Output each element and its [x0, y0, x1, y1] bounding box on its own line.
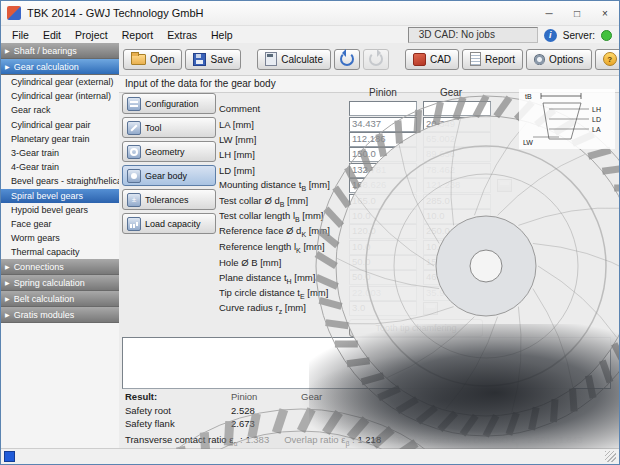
- field-reference-face-dk-pinion[interactable]: 120.0: [349, 224, 417, 239]
- close-button[interactable]: ×: [591, 1, 619, 25]
- expand-arrow-icon: ▶: [5, 279, 10, 286]
- field-la-pinion[interactable]: 34.437: [349, 117, 417, 132]
- sidebar-section-connections[interactable]: ▶Connections: [1, 259, 119, 275]
- sidebar-item-4-gear-train[interactable]: 4-Gear train: [1, 160, 119, 174]
- field-mounting-distance-tb-pinion[interactable]: 168.626: [349, 178, 417, 193]
- open-button[interactable]: Open: [123, 49, 182, 70]
- form-row-mounting-distance-tb: Mounting distance tB [mm]168.626121.238: [219, 178, 512, 193]
- sidebar-item-cylindrical-gear-pair[interactable]: Cylindrical gear pair: [1, 118, 119, 132]
- menu-edit[interactable]: Edit: [36, 29, 68, 41]
- expand-arrow-icon: ▶: [5, 63, 10, 70]
- info-icon[interactable]: i: [544, 29, 557, 42]
- field-label: Tip circle distance tE [mm]: [219, 287, 349, 300]
- sidebar-item-hypoid-bevel-gears[interactable]: Hypoid bevel gears: [1, 203, 119, 217]
- field-comment-gear[interactable]: [423, 101, 491, 116]
- sidebar-item-thermal-capacity[interactable]: Thermal capacity: [1, 245, 119, 259]
- form-row-comment: Comment: [219, 101, 512, 116]
- field-reference-length-lk-pinion[interactable]: 10.0: [349, 240, 417, 255]
- sidebar-item-cylindrical-gear-internal[interactable]: Cylindrical gear (internal): [1, 89, 119, 103]
- field-test-collar-length-lb-pinion[interactable]: 10.0: [349, 209, 417, 224]
- field-test-collar-length-lb-gear[interactable]: 10.0: [423, 209, 491, 224]
- expand-arrow-icon: ▶: [5, 295, 10, 302]
- field-tip-circle-distance-te-gear[interactable]: 35.977: [423, 286, 491, 301]
- sidebar-section-gear-calculation[interactable]: ▶Gear calculation: [1, 59, 119, 75]
- gear-body-button[interactable]: Gear body: [122, 165, 216, 186]
- tool-button[interactable]: Tool: [122, 117, 216, 138]
- sidebar-section-belt-calculation[interactable]: ▶Belt calculation: [1, 291, 119, 307]
- field-tip-circle-distance-te-pinion[interactable]: 22.003: [349, 286, 417, 301]
- field-lh-pinion[interactable]: 150.0: [349, 147, 417, 162]
- sidebar-item-3-gear-train[interactable]: 3-Gear train: [1, 146, 119, 160]
- sidebar-item-gear-rack[interactable]: Gear rack: [1, 103, 119, 117]
- minimize-button[interactable]: ─: [535, 1, 563, 25]
- field-la-gear[interactable]: 20.349: [423, 117, 491, 132]
- field-curve-radius-rz-pinion[interactable]: 3.0: [349, 301, 417, 316]
- field-ld-gear[interactable]: 78.462: [423, 163, 491, 178]
- sidebar-item-planetary-gear-train[interactable]: Planetary gear train: [1, 132, 119, 146]
- sidebar-item-worm-gears[interactable]: Worm gears: [1, 231, 119, 245]
- field-mounting-distance-tb-gear[interactable]: 121.238: [423, 178, 491, 193]
- field-reference-face-dk-gear[interactable]: 250.0: [423, 224, 491, 239]
- save-button[interactable]: Save: [185, 49, 241, 70]
- result-row-safety-root: Safety root2.528: [125, 405, 301, 416]
- menu-project[interactable]: Project: [68, 29, 115, 41]
- options-button[interactable]: Options: [526, 49, 591, 70]
- field-ld-pinion[interactable]: 132.781: [349, 163, 417, 178]
- tooth-tip-chamfering-button[interactable]: Tooth tip chamfering: [349, 319, 483, 337]
- sidebar-item-bevel-gears-straight-helical[interactable]: Bevel gears - straight/helical: [1, 174, 119, 188]
- sidebar-item-spiral-bevel-gears[interactable]: Spiral bevel gears: [1, 189, 119, 203]
- field-label: Curve radius rz [mm]: [219, 302, 349, 315]
- menu-file[interactable]: File: [5, 29, 36, 41]
- expand-arrow-icon: ▶: [5, 311, 10, 318]
- report-button[interactable]: Report: [462, 49, 523, 70]
- tolerances-button[interactable]: Tolerances: [122, 189, 216, 210]
- menu-report[interactable]: Report: [115, 29, 161, 41]
- field-comment-pinion[interactable]: [349, 101, 417, 116]
- sidebar-item-face-gear[interactable]: Face gear: [1, 217, 119, 231]
- field-label: Test collar Ø dB [mm]: [219, 195, 349, 208]
- redo-button[interactable]: [363, 49, 389, 70]
- results-header-flash: Flash: [559, 391, 582, 402]
- cad-button[interactable]: CAD: [405, 49, 459, 70]
- field-plane-distance-th-pinion[interactable]: 50.0: [349, 270, 417, 285]
- field-test-collar-db-pinion[interactable]: 165.0: [349, 194, 417, 209]
- field-label: Comment: [219, 103, 349, 114]
- options-gear-icon: [534, 54, 545, 65]
- app-icon: [7, 6, 21, 20]
- field-test-collar-db-gear[interactable]: 285.0: [423, 194, 491, 209]
- help-button[interactable]: Help: [595, 49, 620, 70]
- result-safety-flank-pinion: 2.673: [231, 418, 301, 429]
- field-lw-pinion[interactable]: 112.186: [349, 132, 417, 147]
- maximize-button[interactable]: □: [563, 1, 591, 25]
- field-hole-b-gear[interactable]: 150.0: [423, 255, 491, 270]
- load-capacity-button[interactable]: Load capacity: [122, 213, 216, 234]
- sidebar-section-spring-calculation[interactable]: ▶Spring calculation: [1, 275, 119, 291]
- field-lh-gear[interactable]: 89.636: [423, 147, 491, 162]
- load-capacity-icon: [127, 217, 141, 231]
- ratio-transverse-contact-ratio: Transverse contact ratio εα : 1.383: [125, 434, 269, 447]
- form-row-lw: LW [mm]112.18665.002: [219, 132, 512, 147]
- dimension-detail-icon[interactable]: [497, 179, 512, 192]
- sidebar-item-cylindrical-gear-external[interactable]: Cylindrical gear (external): [1, 75, 119, 89]
- field-plane-distance-th-gear[interactable]: 46.0: [423, 270, 491, 285]
- form-row-test-collar-db: Test collar Ø dB [mm]165.0285.0: [219, 193, 512, 208]
- notes-area[interactable]: [122, 337, 611, 389]
- geometry-button[interactable]: Geometry: [122, 141, 216, 162]
- calculate-button[interactable]: Calculate: [257, 49, 331, 70]
- sidebar-section-shaft-bearings[interactable]: ▶Shaft / bearings: [1, 43, 119, 59]
- sidebar-section-gratis-modules[interactable]: ▶Gratis modules: [1, 307, 119, 323]
- undo-button[interactable]: [334, 49, 360, 70]
- configuration-button[interactable]: Configuration: [122, 93, 216, 114]
- field-hole-b-pinion[interactable]: 50.0: [349, 255, 417, 270]
- field-lw-gear[interactable]: 65.002: [423, 132, 491, 147]
- field-label: Test collar length lB [mm]: [219, 210, 349, 223]
- module-tree: ▶Shaft / bearings▶Gear calculationCylind…: [1, 43, 120, 449]
- dimension-detail-icon[interactable]: [423, 302, 438, 315]
- gear-body-icon: [127, 169, 141, 183]
- resize-grip[interactable]: [605, 451, 616, 462]
- menu-extras[interactable]: Extras: [160, 29, 204, 41]
- titlebar: TBK 2014 - GWJ Technology GmbH ─ □ ×: [1, 1, 619, 26]
- result-label: Safety flank: [125, 418, 231, 429]
- field-reference-length-lk-gear[interactable]: 10.0: [423, 240, 491, 255]
- menu-help[interactable]: Help: [204, 29, 240, 41]
